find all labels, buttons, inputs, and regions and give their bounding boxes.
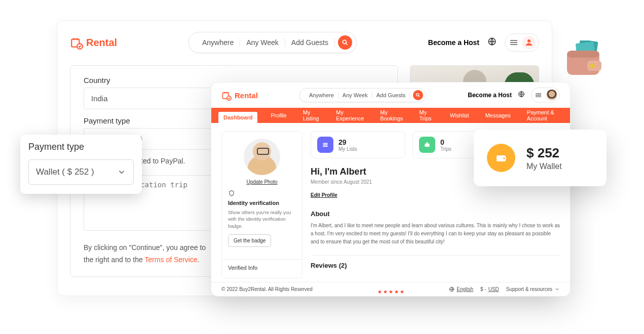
star-icon: ★ — [383, 289, 388, 295]
brand-name: Rental — [235, 91, 258, 100]
burger-icon — [510, 40, 517, 45]
svg-rect-11 — [323, 146, 327, 147]
svg-point-2 — [343, 40, 346, 44]
become-host-link[interactable]: Become a Host — [468, 92, 512, 99]
stat-trips-label: Trips — [440, 146, 451, 152]
terms-link[interactable]: Terms of Service — [144, 256, 197, 264]
svg-rect-15 — [503, 157, 506, 159]
brand-name: Rental — [86, 37, 117, 49]
front-header: Rental Anywhere Any Week Add Guests Beco… — [211, 82, 570, 108]
edit-profile-link[interactable]: Edit Profile — [311, 192, 337, 198]
star-icon: ★ — [377, 289, 382, 295]
brand-logo-small[interactable]: Rental — [221, 91, 258, 100]
reviews-heading: Reviews (2) — [311, 262, 560, 269]
tab-payment[interactable]: Payment & Account — [524, 108, 563, 123]
tab-messages[interactable]: Messages — [482, 108, 514, 123]
search-guests[interactable]: Add Guests — [372, 92, 410, 98]
payment-type-popover: Payment type Wallet ( $ 252 ) — [20, 135, 142, 194]
tab-mybookings[interactable]: My Bookings — [377, 108, 406, 123]
copyright: © 2022 Buy2Rental. All Rights Reserved — [221, 286, 313, 292]
avatar-icon — [522, 36, 536, 49]
lang-switch[interactable]: English — [449, 286, 473, 292]
tabs-bar: Dashboard Profile My Listing My Experien… — [211, 108, 570, 123]
user-menu[interactable] — [505, 33, 539, 52]
stat-lists-num: 29 — [338, 138, 357, 146]
tab-mylisting[interactable]: My Listing — [300, 108, 323, 123]
front-window: Rental Anywhere Any Week Add Guests Beco… — [211, 82, 571, 297]
search-anywhere[interactable]: Anywhere — [196, 38, 240, 47]
avatar-photo — [546, 90, 557, 101]
briefcase-icon — [419, 137, 435, 153]
search-anyweek[interactable]: Any Week — [338, 92, 372, 98]
svg-rect-12 — [425, 144, 429, 147]
search-anywhere[interactable]: Anywhere — [305, 92, 338, 98]
globe-icon[interactable] — [487, 37, 497, 48]
star-icon: ★ — [400, 289, 404, 295]
star-icon: ★ — [394, 289, 399, 295]
currency-switch[interactable]: $ - USD — [480, 286, 499, 292]
search-anyweek[interactable]: Any Week — [240, 38, 285, 47]
svg-point-4 — [527, 39, 531, 43]
tab-wishlist[interactable]: Wishlist — [447, 108, 472, 123]
stars-decor: ★★★★★ — [377, 289, 404, 295]
stat-lists-label: My Lists — [338, 146, 357, 152]
star-icon: ★ — [389, 289, 393, 295]
shield-icon — [228, 190, 235, 197]
tab-profile[interactable]: Profile — [268, 108, 289, 123]
back-header: Rental Anywhere Any Week Add Guests Beco… — [70, 30, 539, 55]
about-heading: About — [311, 210, 560, 218]
brand-logo[interactable]: Rental — [70, 36, 117, 49]
idver-heading: Identity verification — [228, 200, 296, 206]
divider — [311, 255, 560, 256]
svg-rect-19 — [567, 51, 599, 58]
back-header-right: Become a Host — [428, 33, 539, 52]
wallet-card[interactable]: $ 252 My Wallet — [474, 130, 607, 186]
calendar-check-icon — [221, 91, 232, 100]
svg-point-21 — [590, 63, 595, 68]
wallet-label: My Wallet — [526, 162, 562, 171]
get-badge-button[interactable]: Get the badge — [228, 234, 271, 247]
idver-text: Show others you're really you with the i… — [228, 209, 296, 229]
profile-avatar — [244, 139, 280, 175]
search-button[interactable] — [413, 90, 423, 100]
wallet-amount: $ 252 — [526, 145, 562, 161]
tab-myexperience[interactable]: My Experience — [333, 108, 367, 123]
search-pill-small[interactable]: Anywhere Any Week Add Guests — [299, 88, 426, 102]
paytype-popover-value: Wallet ( $ 252 ) — [36, 167, 94, 177]
divider — [222, 259, 302, 260]
globe-icon — [449, 286, 454, 292]
burger-icon — [536, 93, 541, 97]
wallet-circle-icon — [487, 144, 515, 172]
chevron-down-icon — [554, 286, 560, 292]
search-button[interactable] — [338, 35, 352, 50]
chevron-down-icon — [117, 168, 126, 177]
calendar-check-icon — [70, 36, 83, 49]
support-menu[interactable]: Support & resources — [506, 286, 560, 292]
front-header-right: Become a Host — [468, 88, 560, 103]
stat-trips-num: 0 — [440, 138, 451, 146]
profile-card: Update Photo Identity verification Show … — [221, 131, 302, 278]
tab-dashboard[interactable]: Dashboard — [218, 112, 257, 123]
svg-rect-10 — [323, 144, 327, 145]
search-pill[interactable]: Anywhere Any Week Add Guests — [188, 32, 357, 53]
wallet-illustration-icon — [565, 40, 604, 81]
svg-rect-9 — [323, 143, 327, 144]
become-host-link[interactable]: Become a Host — [428, 38, 479, 47]
paytype-popover-title: Payment type — [28, 142, 134, 152]
update-photo-link[interactable]: Update Photo — [228, 179, 296, 185]
search-guests[interactable]: Add Guests — [285, 38, 335, 47]
paytype-popover-select[interactable]: Wallet ( $ 252 ) — [28, 159, 134, 185]
list-icon — [317, 137, 333, 153]
globe-icon[interactable] — [518, 91, 525, 100]
stat-lists[interactable]: 29 My Lists — [311, 131, 405, 158]
tab-mytrips[interactable]: My Trips — [416, 108, 437, 123]
svg-point-7 — [416, 94, 419, 96]
user-menu[interactable] — [531, 88, 560, 103]
verified-info: Verified Info — [228, 265, 296, 271]
about-text: I'm Albert, and I like to meet new peopl… — [311, 222, 560, 246]
